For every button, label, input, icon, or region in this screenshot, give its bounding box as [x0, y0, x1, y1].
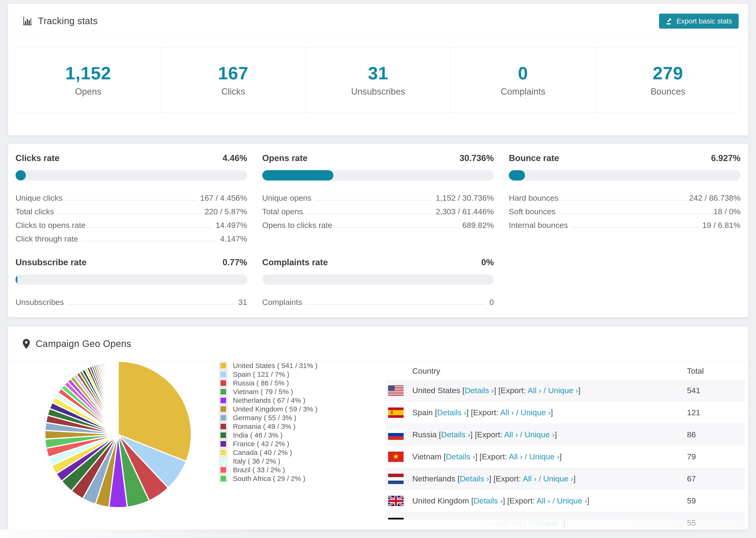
export-unique-link[interactable]: Unique › — [543, 474, 573, 483]
country-cell: United States [Details ›] [Export: All ›… — [412, 386, 580, 395]
export-all-link[interactable]: All › — [504, 430, 518, 439]
rate-value: 4.46% — [223, 153, 247, 163]
details-link[interactable]: Details › — [460, 474, 489, 483]
pie-legend: United States ( 541 / 31% )Spain ( 121 /… — [219, 361, 317, 483]
total-cell: 121 — [687, 408, 700, 417]
export-all-link[interactable]: All › — [500, 408, 514, 417]
export-all-link[interactable]: All › — [536, 496, 550, 505]
details-link[interactable]: Details › — [441, 430, 470, 439]
export-all-link[interactable]: All › — [523, 474, 537, 483]
stat-label: Soft bounces — [509, 207, 555, 216]
legend-item-spain[interactable]: Spain ( 121 / 7% ) — [219, 370, 317, 379]
export-unique-link[interactable]: Unique › — [557, 496, 587, 505]
total-cell: 541 — [687, 386, 700, 395]
geo-opens-pie-chart[interactable] — [42, 359, 194, 510]
country-name: Netherlands [ — [412, 474, 460, 483]
stat-label: Opens to clicks rate — [262, 221, 333, 230]
legend-item-south-africa[interactable]: South Africa ( 29 / 2% ) — [219, 474, 317, 483]
stat-value: 19 / 6.81% — [702, 221, 740, 230]
geo-table-row-russia: Russia [Details ›] [Export: All › / Uniq… — [385, 423, 745, 446]
summary-tile-clicks: 167Clicks — [161, 47, 305, 112]
stat-value: 689.82% — [462, 221, 494, 230]
legend-item-germany[interactable]: Germany ( 55 / 3% ) — [219, 413, 317, 422]
rate-value: 0.77% — [223, 257, 247, 267]
export-basic-stats-button[interactable]: Export basic stats — [659, 14, 739, 28]
legend-label: Vietnam ( 79 / 5% ) — [233, 388, 293, 396]
export-unique-link[interactable]: Unique › — [548, 386, 578, 395]
legend-swatch — [219, 379, 227, 387]
rate-stat-row: Total opens2,303 / 61.446% — [262, 202, 494, 216]
export-all-link[interactable]: All › — [527, 386, 541, 395]
legend-item-russia[interactable]: Russia ( 86 / 5% ) — [219, 379, 317, 387]
summary-label: Bounces — [651, 86, 685, 97]
rate-title: Complaints rate — [262, 257, 328, 267]
summary-label: Complaints — [501, 86, 545, 97]
geo-title: Campaign Geo Opens — [36, 339, 131, 349]
legend-item-italy[interactable]: Italy ( 36 / 2% ) — [219, 457, 317, 465]
stat-value: 1,152 / 30.736% — [436, 193, 494, 202]
geo-table-row-netherlands: Netherlands [Details ›] [Export: All › /… — [385, 467, 745, 490]
rate-block-opens-rate: Opens rate30.736%Unique opens1,152 / 30.… — [262, 153, 494, 243]
legend-item-brazil[interactable]: Brazil ( 33 / 2% ) — [219, 465, 317, 474]
legend-item-romania[interactable]: Romania ( 49 / 3% ) — [219, 422, 317, 431]
stat-value: 31 — [238, 297, 247, 307]
legend-swatch — [219, 440, 227, 448]
legend-swatch — [219, 414, 227, 422]
dotted-leader — [307, 214, 432, 214]
country-cell: Vietnam [Details ›] [Export: All › / Uni… — [412, 452, 562, 461]
country-cell: Russia [Details ›] [Export: All › / Uniq… — [412, 430, 557, 439]
tracking-stats-header: Tracking stats Export basic stats — [8, 4, 748, 38]
details-link[interactable]: Details › — [465, 386, 494, 395]
bar-chart-icon — [23, 16, 32, 26]
legend-item-france[interactable]: France ( 42 / 2% ) — [219, 439, 317, 448]
legend-item-india[interactable]: India ( 46 / 3% ) — [219, 431, 317, 439]
legend-label: Canada ( 40 / 2% ) — [233, 449, 292, 457]
export-all-link[interactable]: All › — [509, 452, 523, 461]
export-unique-link[interactable]: Unique › — [524, 430, 555, 439]
legend-item-united-states[interactable]: United States ( 541 / 31% ) — [219, 361, 317, 370]
legend-swatch — [219, 405, 227, 413]
rate-progress-bar — [16, 274, 247, 285]
stat-label: Unique clicks — [16, 193, 63, 202]
rate-progress-bar — [16, 170, 247, 181]
rate-block-unsubscribe-rate: Unsubscribe rate0.77%Unsubscribes31 — [16, 257, 247, 307]
country-name: United States [ — [412, 386, 465, 395]
campaign-geo-opens-card: Campaign Geo Opens United States ( 541 /… — [8, 326, 748, 530]
dotted-leader — [559, 214, 710, 214]
summary-tile-complaints: 0Complaints — [451, 47, 595, 112]
rate-stat-row: Click through rate4.147% — [16, 230, 247, 243]
stat-value: 167 / 4.456% — [200, 193, 247, 202]
stat-label: Total clicks — [16, 207, 54, 216]
dotted-leader — [306, 304, 486, 305]
dotted-leader — [89, 227, 212, 228]
details-link[interactable]: Details › — [437, 408, 466, 417]
summary-label: Unsubscribes — [351, 86, 405, 97]
total-cell: 79 — [687, 452, 696, 461]
legend-swatch — [219, 449, 227, 457]
export-unique-link[interactable]: Unique › — [520, 408, 551, 417]
stat-label: Click through rate — [16, 234, 78, 243]
legend-item-netherlands[interactable]: Netherlands ( 67 / 4% ) — [219, 396, 317, 405]
rate-stat-row: Internal bounces19 / 6.81% — [509, 216, 740, 230]
legend-item-canada[interactable]: Canada ( 40 / 2% ) — [219, 448, 317, 457]
summary-value: 0 — [518, 63, 528, 83]
export-icon — [666, 17, 673, 25]
legend-swatch — [219, 475, 227, 483]
legend-label: India ( 46 / 3% ) — [233, 431, 283, 439]
stat-label: Complaints — [262, 297, 302, 307]
export-unique-link[interactable]: Unique › — [529, 452, 560, 461]
legend-label: United States ( 541 / 31% ) — [233, 362, 317, 370]
column-header-country: Country — [412, 366, 440, 376]
rate-stat-row: Unique opens1,152 / 30.736% — [262, 189, 494, 202]
geo-table-row-united-states: United States [Details ›] [Export: All ›… — [385, 380, 745, 402]
legend-item-vietnam[interactable]: Vietnam ( 79 / 5% ) — [219, 387, 317, 396]
geo-content: United States ( 541 / 31% )Spain ( 121 /… — [8, 361, 748, 530]
rate-progress-fill — [16, 170, 26, 181]
rate-title: Clicks rate — [16, 153, 59, 163]
summary-tile-bounces: 279Bounces — [595, 47, 740, 112]
details-link[interactable]: Details › — [446, 452, 475, 461]
legend-item-united-kingdom[interactable]: United Kingdom ( 59 / 3% ) — [219, 405, 317, 413]
details-link[interactable]: Details › — [473, 496, 503, 505]
rate-progress-fill — [262, 170, 333, 181]
column-header-total: Total — [687, 366, 704, 376]
